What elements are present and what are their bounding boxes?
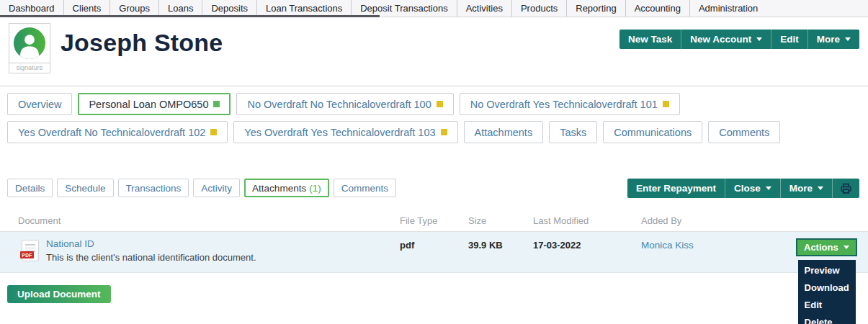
upload-document-button[interactable]: Upload Document: [7, 285, 111, 303]
close-label: Close: [734, 183, 761, 194]
column-header-added-by: Added By: [641, 215, 796, 231]
column-header-last-modified: Last Modified: [533, 215, 641, 231]
menu-item-delete[interactable]: Delete: [798, 314, 856, 324]
tab-overview[interactable]: Overview: [7, 93, 72, 115]
tab-label: Personal Loan OMPO650: [89, 99, 208, 110]
loan-actions-toolbar: Enter Repayment Close More: [627, 179, 859, 198]
column-header-size: Size: [468, 215, 533, 231]
page-title-client-name: Joseph Stone: [61, 29, 223, 57]
account-tabs: Overview Personal Loan OMPO650 No Overdr…: [0, 86, 868, 143]
document-info: National ID This is the client's nationa…: [46, 238, 256, 263]
person-icon: [9, 24, 50, 63]
subtab-comments[interactable]: Comments: [334, 179, 396, 197]
menu-item-edit[interactable]: Edit: [798, 297, 856, 314]
close-dropdown-button[interactable]: Close: [725, 179, 780, 198]
subtab-activity[interactable]: Activity: [193, 179, 240, 197]
table-row-national-id: PDF National ID This is the client's nat…: [0, 232, 868, 273]
pdf-badge: PDF: [20, 251, 34, 258]
subtab-attachments[interactable]: Attachments (1): [244, 179, 329, 197]
tab-tasks[interactable]: Tasks: [549, 121, 597, 143]
tab-label: Yes Overdraft Yes Technicaloverdraft 103: [244, 127, 435, 138]
edit-button[interactable]: Edit: [771, 30, 807, 49]
new-account-dropdown-button[interactable]: New Account: [681, 30, 771, 49]
more-loan-dropdown-button[interactable]: More: [780, 179, 832, 198]
actions-cell: Actions Preview Download Edit Delete: [796, 238, 868, 256]
nav-item-accounting[interactable]: Accounting: [626, 0, 690, 17]
tab-communications[interactable]: Communications: [603, 121, 702, 143]
subtab-schedule[interactable]: Schedule: [57, 179, 113, 197]
nav-item-clients[interactable]: Clients: [64, 0, 111, 17]
tab-label: No Overdraft Yes Technicaloverdraft 101: [470, 99, 658, 110]
subtab-details[interactable]: Details: [7, 179, 53, 197]
status-badge-yellow: [663, 101, 669, 107]
tab-yes-overdraft-no-technicaloverdraft-102[interactable]: Yes Overdraft No Technicaloverdraft 102: [7, 121, 228, 143]
nav-item-reporting[interactable]: Reporting: [567, 0, 625, 17]
tab-attachments[interactable]: Attachments: [464, 121, 544, 143]
tab-comments[interactable]: Comments: [708, 121, 780, 143]
attachments-table: Document File Type Size Last Modified Ad…: [0, 215, 868, 273]
client-actions-toolbar: New Task New Account Edit More: [619, 30, 859, 49]
loan-detail-bar: Details Schedule Transactions Activity A…: [0, 179, 868, 198]
document-cell: PDF National ID This is the client's nat…: [0, 238, 400, 263]
nav-item-administration[interactable]: Administration: [690, 0, 766, 17]
new-task-button[interactable]: New Task: [619, 30, 681, 49]
nav-item-loan-transactions[interactable]: Loan Transactions: [257, 0, 352, 17]
chevron-down-icon: [766, 186, 771, 190]
attachments-count-badge: (1): [309, 183, 321, 194]
nav-item-activities[interactable]: Activities: [457, 0, 512, 17]
tab-personal-loan-ompo650[interactable]: Personal Loan OMPO650: [78, 93, 231, 115]
client-signature-thumbnail[interactable]: signature: [9, 23, 50, 73]
top-navigation: Dashboard Clients Groups Loans Deposits …: [0, 0, 868, 17]
actions-dropdown-button[interactable]: Actions: [796, 238, 857, 256]
pdf-file-icon: PDF: [22, 240, 39, 261]
nav-item-products[interactable]: Products: [512, 0, 567, 17]
status-badge-yellow: [437, 101, 443, 107]
status-badge-yellow: [210, 129, 217, 135]
nav-item-dashboard[interactable]: Dashboard: [0, 0, 64, 17]
enter-repayment-button[interactable]: Enter Repayment: [627, 179, 725, 198]
nav-item-groups[interactable]: Groups: [110, 0, 159, 17]
added-by-link[interactable]: Monica Kiss: [641, 238, 796, 251]
nav-scrollbar-thumb[interactable]: [0, 15, 380, 17]
subtab-label: Attachments: [252, 183, 306, 194]
column-header-actions: [796, 215, 868, 220]
column-header-document: Document: [0, 215, 400, 231]
chevron-down-icon: [818, 186, 823, 190]
tab-yes-overdraft-yes-technicaloverdraft-103[interactable]: Yes Overdraft Yes Technicaloverdraft 103: [233, 121, 457, 143]
nav-item-loans[interactable]: Loans: [159, 0, 202, 17]
more-label: More: [789, 183, 813, 194]
printer-icon: [840, 182, 852, 194]
actions-dropdown-menu: Preview Download Edit Delete: [798, 260, 856, 324]
column-header-file-type: File Type: [400, 215, 468, 231]
status-badge-green: [213, 101, 220, 107]
print-button[interactable]: [832, 179, 859, 198]
document-description: This is the client's national identifica…: [46, 252, 256, 263]
actions-label: Actions: [804, 242, 838, 253]
chevron-down-icon: [756, 37, 762, 41]
signature-caption: signature: [9, 63, 50, 73]
nav-item-deposit-transactions[interactable]: Deposit Transactions: [352, 0, 457, 17]
size-value: 39.9 KB: [468, 238, 533, 251]
more-dropdown-button[interactable]: More: [807, 30, 859, 49]
table-header-row: Document File Type Size Last Modified Ad…: [0, 215, 868, 232]
document-name-link[interactable]: National ID: [46, 238, 256, 249]
nav-item-deposits[interactable]: Deposits: [202, 0, 257, 17]
menu-item-download[interactable]: Download: [798, 279, 856, 297]
actions-wrap: Actions Preview Download Edit Delete: [796, 238, 857, 256]
last-modified-value: 17-03-2022: [533, 238, 641, 251]
status-badge-yellow: [441, 129, 447, 135]
tab-label: No Overdraft No Technicaloverdraft 100: [247, 99, 431, 110]
menu-item-preview[interactable]: Preview: [798, 262, 856, 279]
more-label: More: [817, 34, 840, 45]
chevron-down-icon: [845, 37, 851, 41]
new-account-label: New Account: [690, 34, 751, 45]
subtab-transactions[interactable]: Transactions: [118, 179, 189, 197]
loan-sub-tabs: Details Schedule Transactions Activity A…: [7, 179, 396, 197]
tab-no-overdraft-no-technicaloverdraft-100[interactable]: No Overdraft No Technicaloverdraft 100: [236, 93, 453, 115]
file-type-value: pdf: [400, 238, 468, 251]
tab-label: Yes Overdraft No Technicaloverdraft 102: [18, 127, 205, 138]
tab-no-overdraft-yes-technicaloverdraft-101[interactable]: No Overdraft Yes Technicaloverdraft 101: [460, 93, 680, 115]
chevron-down-icon: [844, 246, 849, 249]
client-header: signature Joseph Stone New Task New Acco…: [0, 17, 868, 86]
